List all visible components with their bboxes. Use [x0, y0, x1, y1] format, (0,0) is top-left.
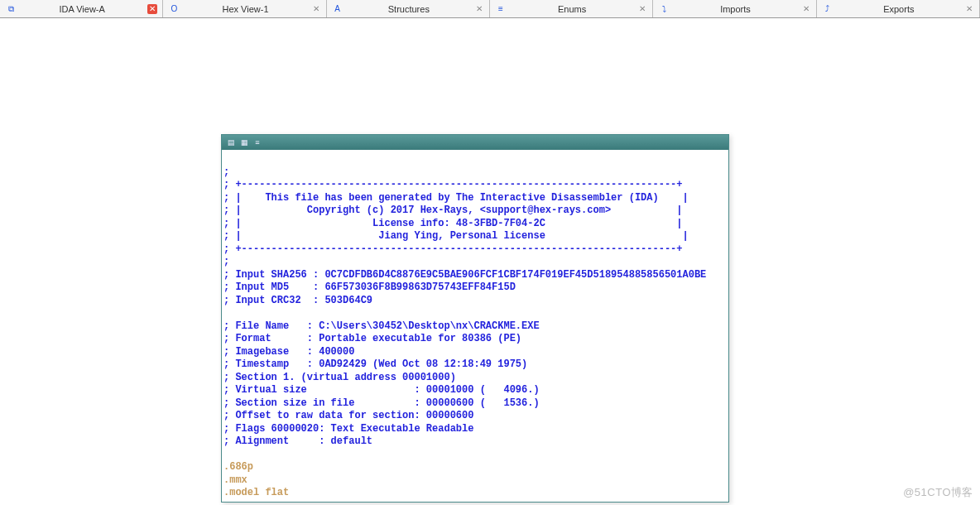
tab-exports[interactable]: ⤴ Exports ✕ — [817, 0, 980, 17]
code-directive: .model flat — [223, 487, 289, 498]
hex-icon: O — [168, 3, 180, 15]
tab-label: IDA View-A — [59, 4, 104, 14]
code-line: ; Imagebase : 400000 — [223, 346, 354, 358]
tab-label: Hex View-1 — [222, 4, 268, 14]
tab-structures[interactable]: A Structures ✕ — [327, 0, 490, 17]
close-icon[interactable]: ✕ — [147, 4, 157, 14]
tab-hex-view-1[interactable]: O Hex View-1 ✕ — [163, 0, 326, 17]
code-line: ; Flags 60000020: Text Executable Readab… — [223, 423, 473, 435]
code-line: ; Virtual size : 00001000 ( 4096.) — [223, 384, 540, 396]
exports-icon: ⤴ — [822, 3, 833, 15]
code-line: ; | License info: 48-3FBD-7F04-2C | — [223, 218, 683, 229]
tab-label: Structures — [388, 4, 430, 14]
code-line: ; +-------------------------------------… — [223, 179, 683, 190]
tab-bar: ⧉ IDA View-A ✕ O Hex View-1 ✕ A Structur… — [0, 0, 980, 18]
close-icon[interactable]: ✕ — [801, 4, 811, 14]
code-line: ; | Copyright (c) 2017 Hex-Rays, <suppor… — [223, 204, 683, 216]
view-icon: ⧉ — [5, 3, 17, 15]
imports-icon: ⤵ — [658, 3, 670, 15]
content-area: ▤ ▦ ≡ ; ; +-----------------------------… — [0, 18, 980, 505]
code-titlebar[interactable]: ▤ ▦ ≡ — [222, 135, 728, 150]
code-line: ; Offset to raw data for section: 000006… — [223, 410, 473, 421]
struct-icon: A — [332, 3, 343, 15]
enum-icon: ≡ — [495, 3, 507, 15]
titlebar-icon: ≡ — [252, 137, 263, 147]
code-line: ; Format : Portable executable for 80386… — [223, 333, 521, 344]
tab-ida-view-a[interactable]: ⧉ IDA View-A ✕ — [0, 0, 163, 17]
tab-enums[interactable]: ≡ Enums ✕ — [490, 0, 653, 17]
code-line: ; +-------------------------------------… — [223, 243, 683, 255]
code-line: ; Input MD5 : 66F573036F8B99863D75743EFF… — [223, 281, 516, 293]
disassembly-text[interactable]: ; ; +-----------------------------------… — [222, 150, 728, 502]
close-icon[interactable]: ✕ — [311, 4, 321, 14]
close-icon[interactable]: ✕ — [964, 4, 974, 14]
close-icon[interactable]: ✕ — [637, 4, 647, 14]
tab-label: Enums — [558, 4, 586, 14]
disassembly-window: ▤ ▦ ≡ ; ; +-----------------------------… — [221, 134, 729, 503]
code-directive: .mmx — [223, 474, 247, 486]
code-line: ; Section size in file : 00000600 ( 1536… — [223, 397, 540, 409]
code-line: ; | This file has been generated by The … — [223, 192, 689, 204]
tab-label: Exports — [883, 4, 914, 14]
titlebar-icon: ▦ — [238, 137, 250, 147]
titlebar-icon: ▤ — [225, 137, 237, 147]
tab-imports[interactable]: ⤵ Imports ✕ — [653, 0, 816, 17]
code-line: ; Timestamp : 0AD92429 (Wed Oct 08 12:18… — [223, 358, 527, 370]
close-icon[interactable]: ✕ — [474, 4, 484, 14]
code-line: ; | Jiang Ying, Personal license | — [223, 230, 689, 242]
code-line: ; Section 1. (virtual address 00001000) — [223, 372, 456, 383]
code-line: ; File Name : C:\Users\30452\Desktop\nx\… — [223, 320, 540, 332]
code-line: ; Alignment : default — [223, 435, 372, 447]
code-line: ; Input SHA256 : 0C7CDFDB6D4C8876E9C5BAE… — [223, 269, 706, 281]
watermark: @51CTO博客 — [903, 485, 973, 500]
code-directive: .686p — [223, 461, 253, 473]
tab-label: Imports — [720, 4, 751, 14]
code-line: ; Input CRC32 : 503D64C9 — [223, 295, 372, 306]
